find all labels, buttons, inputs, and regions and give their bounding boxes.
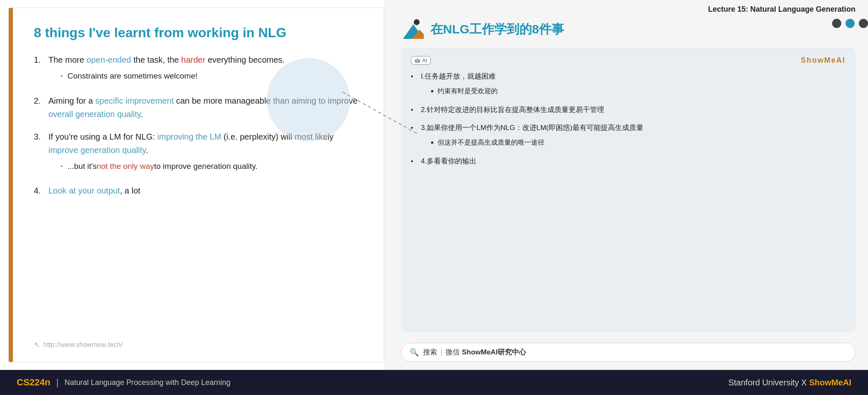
ai-bullet-4: • [411,155,417,167]
ai-item-2-text: 2.针对特定改进的目标比旨在提高整体生成质量更易干管理 [421,104,604,116]
search-text: 搜索 [423,347,437,357]
list-num-4: 4. [34,184,48,197]
ai-bullet-1: • [411,71,417,82]
accent-border [9,8,13,362]
dot-1 [832,19,841,28]
ai-item-3: • 3.如果你使用一个LM作为NLG：改进LM(即困惑)最有可能提高生成质量 ■… [411,122,845,150]
ai-items-list: • I.任务越开放，就越困难 ■ 约束有时是受欢迎的 • 2. [411,71,845,173]
text-4a: , a lot [120,186,140,195]
highlight-improving-lm: improving the LM [157,132,221,141]
slide-title: 8 things I've learnt from working in NLG [34,25,363,41]
text-1b: the task, the [131,55,181,64]
footer-description: Natural Language Processing with Deep Le… [64,378,230,387]
ai-sub-1-1-text: 约束有时是受欢迎的 [438,85,498,97]
sub-text-1-1: Constraints are sometimes welcome! [68,70,198,82]
footer-divider: | [56,377,59,388]
footer-showmeai: ShowMeAI [809,378,851,387]
cursor-icon: ↖ [34,340,40,349]
ai-bullet-3: • [411,122,417,133]
ai-sub-3-1: ■ 但这并不是提高生成质量的唯一途径 [431,137,643,148]
lecture-title: Lecture 15: Natural Language Generation [401,0,855,18]
square-bullet-3: ■ [431,139,433,146]
svg-point-1 [414,19,420,25]
text-2b: can be more manageable than aiming to im… [174,96,357,105]
ai-card: 🤖 AI ShowMeAI • I.任务越开放，就越困难 ■ 约束有时是受欢迎的 [401,48,855,332]
ai-sub-1: ■ 约束有时是受欢迎的 [421,85,498,97]
text-3c: . [146,145,148,155]
footer-x-symbol: X [801,378,809,387]
slide-panel: 8 things I've learnt from working in NLG… [8,8,384,362]
highlight-open-ended: open-ended [86,55,131,64]
text-2c: . [141,110,143,119]
ai-bullet-2: • [411,104,417,115]
main-list: 1. The more open-ended the task, the har… [34,53,363,197]
ai-badge-text: AI [422,57,427,64]
highlight-specific: specific improvement [95,96,174,105]
highlight-overall: overall generation quality [48,110,141,119]
list-item-2: 2. Aiming for a specific improvement can… [34,94,363,121]
text-1a: The more [48,55,86,64]
ai-item-4-text: 4.多看看你的输出 [421,155,476,168]
text-3b: (i.e. perplexity) will most likely [221,132,334,141]
footer-cs224n: CS224n [17,377,51,388]
sub-list-3: • ...but it's not the only way to improv… [48,160,363,173]
right-header: 在NLG工作学到的8件事 [401,18,855,41]
list-num-1: 1. [34,53,48,66]
footer-left: CS224n | Natural Language Processing wit… [17,377,230,388]
nlg-icon [401,18,424,41]
highlight-look-output: Look at your output [48,186,120,195]
list-item-4: 4. Look at your output, a lot [34,184,363,197]
square-bullet-1: ■ [431,87,433,94]
ai-badge-icon: 🤖 [415,58,420,63]
bullet-dot-3: • [61,163,63,170]
search-icon: 🔍 [410,348,419,357]
ai-item-1-text: I.任务越开放，就越困难 [421,72,496,80]
list-item-1: 1. The more open-ended the task, the har… [34,53,363,84]
ai-badge: 🤖 AI [411,56,431,65]
bullet-dot-1: • [61,73,63,79]
list-content-3: If you're using a LM for NLG: improving … [48,130,363,175]
list-content-4: Look at your output, a lot [48,184,363,197]
highlight-not-only: not the only way [97,160,154,173]
dot-3 [859,19,868,28]
sub-item-1-1: • Constraints are sometimes welcome! [61,70,363,82]
ai-sub-3: ■ 但这并不是提高生成质量的唯一途径 [421,137,643,148]
list-num-2: 2. [34,94,48,107]
text-1c: everything becomes. [205,55,285,64]
slide-body: 1. The more open-ended the task, the har… [34,53,363,332]
ai-item-3-content: 3.如果你使用一个LM作为NLG：改进LM(即困惑)最有可能提高生成质量 ■ 但… [421,122,643,150]
footer-right: Stanford University X ShowMeAI [728,378,851,387]
ai-card-header: 🤖 AI ShowMeAI [411,56,845,65]
sub-text-3-1: ...but it's [68,160,97,173]
search-bar[interactable]: 🔍 搜索 | 微信 ShowMeAI研究中心 [401,343,855,362]
sub-item-3-1: • ...but it's not the only way to improv… [61,160,363,173]
list-num-3: 3. [34,130,48,143]
showmeai-brand: ShowMeAI [801,56,845,65]
footer: CS224n | Natural Language Processing wit… [0,370,868,395]
sub-list-1: • Constraints are sometimes welcome! [48,70,363,82]
ai-item-2: • 2.针对特定改进的目标比旨在提高整体生成质量更易干管理 [411,104,845,116]
dots-row [832,19,868,28]
right-title: 在NLG工作学到的8件事 [430,21,564,38]
ai-item-1: • I.任务越开放，就越困难 ■ 约束有时是受欢迎的 [411,71,845,98]
text-2a: Aiming for a [48,96,95,105]
ai-item-1-content: I.任务越开放，就越困难 ■ 约束有时是受欢迎的 [421,71,498,98]
search-label: 微信 ShowMeAI研究中心 [445,347,526,357]
footer-stanford: Stanford University [728,378,799,387]
dot-2 [845,19,855,28]
search-divider: | [440,348,442,357]
footer-url: http://www.showmeai.tech/ [43,341,122,349]
highlight-harder: harder [181,55,205,64]
slide-footer: ↖ http://www.showmeai.tech/ [34,332,363,349]
ai-sub-1-1: ■ 约束有时是受欢迎的 [431,85,498,97]
ai-item-4: • 4.多看看你的输出 [411,155,845,168]
list-content-2: Aiming for a specific improvement can be… [48,94,363,121]
right-panel: Lecture 15: Natural Language Generation … [384,0,868,370]
text-3a: If you're using a LM for NLG: [48,132,157,141]
highlight-improve-gen: improve generation quality [48,145,146,155]
list-item-3: 3. If you're using a LM for NLG: improvi… [34,130,363,175]
list-content-1: The more open-ended the task, the harder… [48,53,363,84]
ai-item-3-text: 3.如果你使用一个LM作为NLG：改进LM(即困惑)最有可能提高生成质量 [421,124,643,132]
sub-text-3-2: to improve generation quality. [154,160,258,173]
ai-sub-3-1-text: 但这并不是提高生成质量的唯一途径 [438,137,544,148]
